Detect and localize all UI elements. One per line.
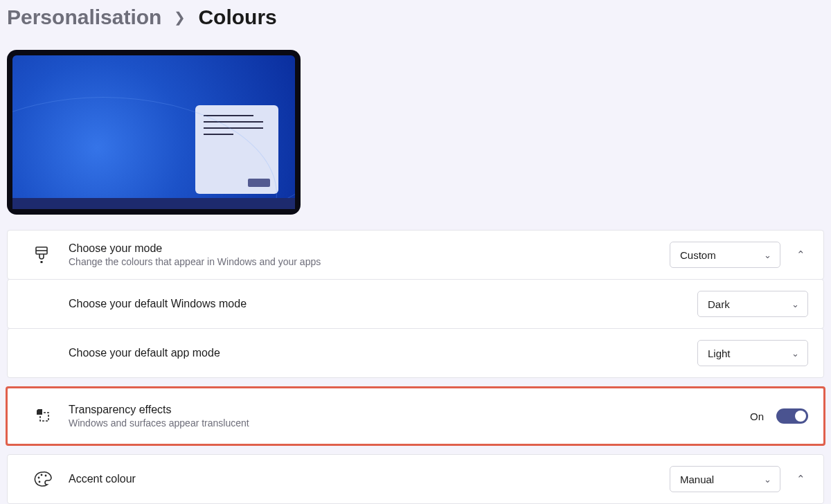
chevron-right-icon: ❯ [174,9,186,26]
setting-subtitle: Windows and surfaces appear translucent [69,417,750,429]
svg-point-2 [41,474,43,476]
svg-point-3 [45,475,47,477]
setting-row-transparency[interactable]: Transparency effects Windows and surface… [7,388,824,444]
chevron-up-icon[interactable]: ⌃ [793,247,808,262]
desktop-preview-window [195,105,278,194]
select-value: Manual [680,474,714,485]
toggle-state-label: On [750,411,764,422]
setting-row-accent[interactable]: Accent colour Manual ⌄ ⌃ [7,454,824,504]
chevron-down-icon: ⌄ [764,250,771,260]
accent-select[interactable]: Manual ⌄ [670,466,780,492]
svg-point-4 [39,481,41,483]
select-value: Dark [708,298,730,310]
setting-row-windows-mode[interactable]: Choose your default Windows mode Dark ⌄ [7,279,824,329]
chevron-down-icon: ⌄ [792,348,799,359]
desktop-preview [7,50,301,215]
palette-icon [34,471,69,487]
app-mode-select[interactable]: Light ⌄ [697,340,808,366]
setting-row-mode[interactable]: Choose your mode Change the colours that… [7,230,824,280]
chevron-down-icon: ⌄ [792,299,799,309]
transparency-icon [34,408,69,424]
setting-title: Transparency effects [69,404,750,416]
setting-subtitle: Change the colours that appear in Window… [69,256,670,267]
select-value: Custom [680,249,716,261]
desktop-preview-taskbar [12,198,295,209]
setting-title: Choose your default Windows mode [69,298,697,310]
breadcrumb-parent[interactable]: Personalisation [7,6,161,29]
mode-select[interactable]: Custom ⌄ [670,242,780,268]
svg-point-1 [38,477,40,479]
windows-mode-select[interactable]: Dark ⌄ [697,291,808,317]
transparency-toggle[interactable] [776,408,808,424]
setting-title: Choose your mode [69,242,670,255]
desktop-preview-screen [12,55,295,209]
chevron-up-icon[interactable]: ⌃ [793,471,808,487]
brush-icon [34,246,69,263]
setting-title: Accent colour [69,473,670,485]
chevron-down-icon: ⌄ [764,474,771,485]
setting-title: Choose your default app mode [69,347,697,359]
breadcrumb: Personalisation ❯ Colours [7,6,824,29]
select-value: Light [708,348,731,359]
page-title: Colours [198,6,276,29]
setting-row-app-mode[interactable]: Choose your default app mode Light ⌄ [7,328,824,378]
